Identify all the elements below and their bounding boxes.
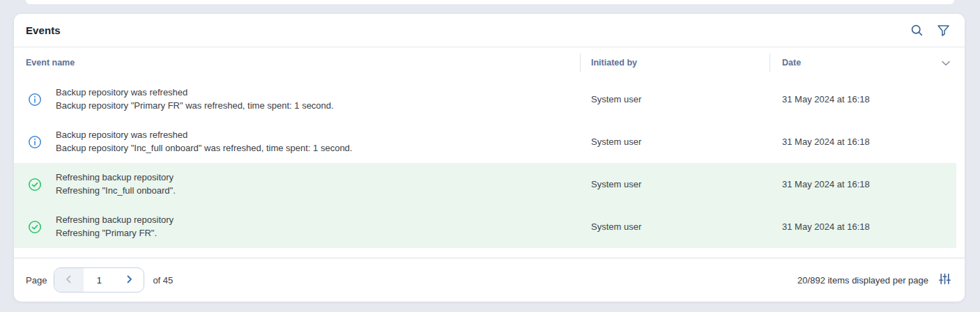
column-header-date[interactable]: Date bbox=[770, 47, 965, 78]
success-check-icon bbox=[28, 178, 42, 192]
event-description: Refreshing "Primary FR". bbox=[56, 227, 174, 240]
event-name-cell: Refreshing backup repository Refreshing … bbox=[14, 214, 580, 240]
filter-button[interactable] bbox=[933, 20, 954, 41]
initiated-by-cell: System user bbox=[580, 136, 770, 147]
items-per-page-settings-button[interactable] bbox=[935, 271, 954, 289]
table-footer: Page 1 of 45 20/892 items displaye bbox=[14, 258, 965, 302]
chevron-down-icon bbox=[942, 58, 950, 68]
event-description: Backup repository "Inc_full onboard" was… bbox=[56, 142, 352, 155]
date-cell: 31 May 2024 at 16:18 bbox=[770, 221, 956, 232]
event-title: Refreshing backup repository bbox=[56, 171, 176, 185]
initiated-by-cell: System user bbox=[580, 94, 770, 104]
events-panel: Events Event name bbox=[14, 14, 965, 302]
page-label: Page bbox=[26, 275, 47, 286]
previous-page-button[interactable] bbox=[54, 268, 84, 292]
search-button[interactable] bbox=[906, 20, 927, 41]
table-body: Backup repository was refreshed Backup r… bbox=[14, 78, 965, 258]
initiated-by-cell: System user bbox=[580, 221, 770, 232]
pager-control: 1 bbox=[54, 267, 144, 292]
sliders-icon bbox=[939, 273, 951, 287]
success-check-icon bbox=[28, 220, 42, 234]
initiated-by-cell: System user bbox=[580, 179, 770, 189]
collapse-table-button[interactable] bbox=[938, 55, 954, 70]
table-header-row: Event name Initiated by Date bbox=[14, 47, 965, 78]
previous-card-bottom-edge bbox=[26, 0, 954, 4]
event-table-row[interactable]: Backup repository was refreshed Backup r… bbox=[14, 78, 956, 120]
event-title: Backup repository was refreshed bbox=[56, 86, 334, 100]
info-icon bbox=[28, 93, 42, 107]
info-icon bbox=[28, 135, 42, 149]
panel-header: Events bbox=[14, 14, 965, 47]
event-name-cell: Backup repository was refreshed Backup r… bbox=[14, 86, 580, 112]
panel-actions bbox=[906, 20, 954, 41]
event-name-cell: Backup repository was refreshed Backup r… bbox=[14, 129, 580, 155]
event-table-row[interactable]: Backup repository was refreshed Backup r… bbox=[14, 120, 956, 163]
search-icon bbox=[910, 24, 924, 37]
footer-right: 20/892 items displayed per page bbox=[797, 271, 954, 289]
event-table-row[interactable]: Refreshing backup repository Refreshing … bbox=[14, 205, 956, 248]
date-cell: 31 May 2024 at 16:18 bbox=[770, 136, 956, 147]
page-title: Events bbox=[26, 24, 61, 36]
event-description: Backup repository "Primary FR" was refre… bbox=[56, 100, 334, 113]
column-header-event-name[interactable]: Event name bbox=[14, 47, 580, 78]
next-page-button[interactable] bbox=[114, 268, 144, 292]
items-per-page-summary: 20/892 items displayed per page bbox=[797, 275, 928, 286]
filter-funnel-icon bbox=[937, 24, 950, 37]
column-header-initiated-by[interactable]: Initiated by bbox=[580, 47, 770, 78]
event-title: Backup repository was refreshed bbox=[56, 129, 352, 142]
chevron-left-icon bbox=[64, 274, 74, 286]
event-title: Refreshing backup repository bbox=[56, 214, 174, 227]
event-name-cell: Refreshing backup repository Refreshing … bbox=[14, 171, 580, 197]
date-cell: 31 May 2024 at 16:18 bbox=[770, 94, 956, 104]
event-table-row[interactable]: Refreshing backup repository Refreshing … bbox=[14, 163, 956, 205]
date-cell: 31 May 2024 at 16:18 bbox=[770, 179, 956, 189]
chevron-right-icon bbox=[124, 274, 134, 286]
total-pages-label: of 45 bbox=[153, 275, 173, 286]
event-description: Refreshing "Inc_full onboard". bbox=[56, 185, 176, 198]
current-page-input[interactable]: 1 bbox=[84, 268, 114, 292]
